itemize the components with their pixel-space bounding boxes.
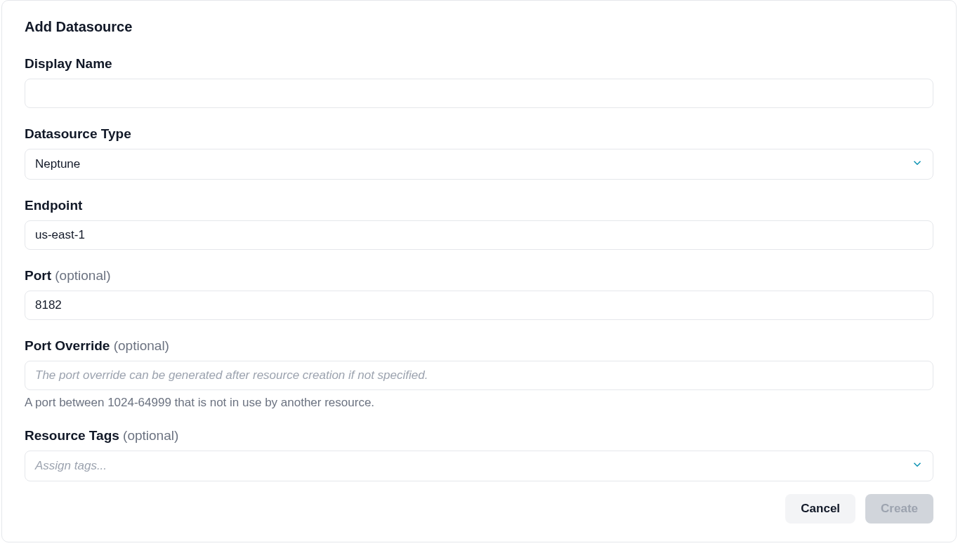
display-name-input[interactable] [25, 79, 933, 108]
card-title: Add Datasource [25, 19, 933, 35]
field-datasource-type: Datasource Type Neptune [25, 126, 933, 180]
create-button[interactable]: Create [865, 494, 933, 524]
port-optional: (optional) [55, 268, 110, 283]
port-label-text: Port [25, 268, 51, 283]
datasource-type-select[interactable]: Neptune [25, 149, 933, 180]
resource-tags-label-text: Resource Tags [25, 428, 119, 443]
resource-tags-placeholder: Assign tags... [35, 459, 107, 473]
port-override-optional: (optional) [114, 338, 169, 353]
endpoint-input[interactable] [25, 220, 933, 250]
datasource-type-label: Datasource Type [25, 126, 933, 142]
button-row: Cancel Create [25, 494, 933, 524]
resource-tags-select[interactable]: Assign tags... [25, 451, 933, 481]
datasource-type-value: Neptune [35, 157, 80, 171]
field-port: Port (optional) [25, 268, 933, 320]
resource-tags-select-wrap: Assign tags... [25, 451, 933, 481]
datasource-type-select-wrap: Neptune [25, 149, 933, 180]
field-port-override: Port Override (optional) A port between … [25, 338, 933, 410]
field-display-name: Display Name [25, 56, 933, 108]
add-datasource-card: Add Datasource Display Name Datasource T… [1, 0, 957, 542]
endpoint-label: Endpoint [25, 198, 933, 213]
port-override-help: A port between 1024-64999 that is not in… [25, 396, 933, 410]
port-label: Port (optional) [25, 268, 933, 284]
cancel-button[interactable]: Cancel [785, 494, 855, 524]
port-override-label-text: Port Override [25, 338, 110, 353]
field-endpoint: Endpoint [25, 198, 933, 250]
display-name-label: Display Name [25, 56, 933, 72]
port-override-input[interactable] [25, 361, 933, 390]
port-override-label: Port Override (optional) [25, 338, 933, 354]
field-resource-tags: Resource Tags (optional) Assign tags... [25, 428, 933, 481]
resource-tags-label: Resource Tags (optional) [25, 428, 933, 444]
resource-tags-optional: (optional) [123, 428, 178, 443]
port-input[interactable] [25, 291, 933, 320]
